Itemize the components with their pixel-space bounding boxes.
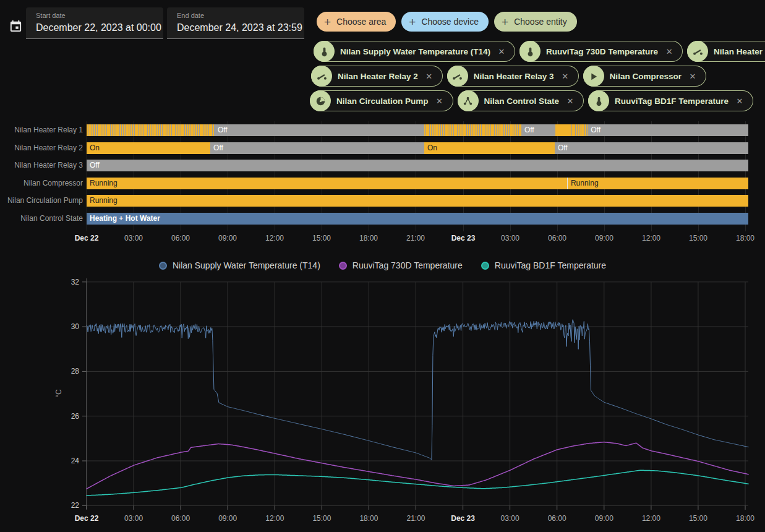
series-line-ruuvitag-bd1f-temperature (87, 470, 748, 496)
timeline-axis-tick: 18:00 (724, 234, 765, 242)
choose-entity-chip[interactable]: +Choose entity (494, 12, 577, 32)
timeline-state-label: Heating + Hot Water (87, 213, 748, 225)
timeline-axis-tick: 09:00 (206, 234, 249, 242)
timeline-segment[interactable]: Off (555, 142, 748, 154)
timeline-state-label: Off (87, 160, 748, 171)
x-tick-label: Dec 23 (451, 514, 475, 523)
series-line-nilan-supply-water-temperature-t14 (87, 320, 748, 460)
choose-area-chip[interactable]: +Choose area (317, 12, 396, 32)
timeline-axis-tick: 15:00 (677, 234, 720, 242)
y-tick-label: 28 (71, 367, 80, 375)
plus-icon: + (409, 16, 416, 28)
timeline-segment[interactable] (570, 124, 588, 136)
timeline-row-nilan-heater-relay-3: Off (0, 160, 765, 171)
choose-device-chip[interactable]: +Choose device (401, 12, 489, 32)
timeline-segment[interactable]: Off (588, 124, 748, 136)
timeline-segment[interactable]: Off (87, 160, 748, 171)
entity-chip-ruuvitag-bd1f-temperature[interactable]: RuuviTag BD1F Temperature✕ (588, 90, 753, 111)
timeline-axis-tick: 21:00 (394, 234, 437, 242)
temperature-line-chart: 222426283032Dec 2203:0006:0009:0012:0015… (0, 254, 765, 532)
timeline-segment[interactable]: Off (215, 124, 424, 136)
start-date-value: December 22, 2023 at 00:00 (36, 22, 161, 33)
filter-chip-label: Choose area (336, 17, 386, 27)
entity-chip-ruuvitag-730d-temperature[interactable]: RuuviTag 730D Temperature✕ (519, 41, 683, 62)
timeline-state-label: On (424, 142, 555, 154)
plus-icon: + (502, 16, 508, 28)
timeline-state-label: Off (555, 142, 748, 154)
timeline-segment[interactable] (424, 124, 521, 136)
calendar-button[interactable] (6, 17, 25, 35)
timeline-axis-tick: 03:00 (112, 234, 155, 242)
y-tick-label: 22 (71, 501, 80, 510)
entity-chip-nilan-heater-relay-3[interactable]: Nilan Heater Relay 3✕ (447, 66, 579, 87)
timeline-axis-tick: Dec 22 (65, 234, 108, 242)
entity-chip-nilan-circulation-pump[interactable]: Nilan Circulation Pump✕ (310, 90, 453, 111)
entity-chip-label: RuuviTag 730D Temperature (541, 47, 662, 56)
entity-chip-nilan-supply-water-temperature-t14[interactable]: Nilan Supply Water Temperature (T14)✕ (314, 41, 515, 62)
entity-chip-label: RuuviTag BD1F Temperature (609, 97, 733, 106)
x-tick-label: Dec 22 (75, 514, 99, 523)
timeline-axis-tick: 15:00 (300, 234, 343, 242)
timeline-axis-tick: 03:00 (489, 234, 532, 242)
x-tick-label: 12:00 (642, 514, 660, 523)
end-date-label: End date (177, 12, 204, 19)
timeline-segment[interactable]: Heating + Hot Water (87, 213, 748, 225)
timeline-segment[interactable] (555, 124, 570, 136)
timeline-axis-tick: 06:00 (536, 234, 579, 242)
y-tick-label: 26 (71, 412, 80, 421)
timeline-segment[interactable]: Off (521, 124, 555, 136)
remove-chip-button[interactable]: ✕ (662, 47, 676, 56)
remove-chip-button[interactable]: ✕ (558, 72, 572, 81)
remove-chip-button[interactable]: ✕ (422, 72, 436, 81)
thermometer-icon (519, 41, 541, 62)
remove-chip-button[interactable]: ✕ (563, 97, 577, 106)
remove-chip-button[interactable]: ✕ (733, 97, 746, 106)
history-dashboard: { "header": { "start_date": { "label": "… (0, 0, 765, 532)
remove-chip-button[interactable]: ✕ (433, 97, 447, 106)
timeline-row-nilan-circulation-pump: Running (0, 195, 765, 207)
entity-chip-nilan-control-state[interactable]: Nilan Control State✕ (458, 90, 584, 111)
end-date-value: December 24, 2023 at 23:59 (177, 22, 302, 33)
timeline-axis-tick: 12:00 (630, 234, 673, 242)
timeline-axis-tick: 12:00 (253, 234, 296, 242)
pump-icon (310, 90, 331, 111)
timeline-segment[interactable]: On (424, 142, 555, 154)
entity-chip-nilan-heater-relay-2[interactable]: Nilan Heater Relay 2✕ (311, 66, 443, 87)
filter-chip-row: +Choose area+Choose device+Choose entity (317, 12, 577, 32)
remove-chip-button[interactable]: ✕ (495, 47, 508, 56)
x-tick-label: 21:00 (406, 514, 425, 523)
timeline-segment[interactable]: Running (87, 195, 748, 207)
timeline-segment[interactable]: Running (87, 178, 567, 189)
timeline-state-label: Off (588, 124, 748, 136)
start-date-field[interactable]: Start date December 22, 2023 at 00:00 (26, 7, 163, 39)
filter-chip-label: Choose device (421, 17, 479, 27)
thermometer-icon (588, 90, 609, 111)
entity-chip-nilan-heater-relay-1[interactable]: Nilan Heater Relay 1✕ (687, 41, 765, 62)
x-tick-label: 12:00 (265, 514, 284, 523)
remove-chip-button[interactable]: ✕ (686, 72, 699, 81)
x-tick-label: 06:00 (548, 514, 566, 523)
entity-chip-nilan-compressor[interactable]: Nilan Compressor✕ (583, 66, 706, 87)
timeline-axis-tick: 06:00 (159, 234, 202, 242)
timeline-segment[interactable]: On (87, 142, 210, 154)
timeline-state-label: Running (87, 195, 748, 207)
timeline-segment[interactable]: Running (567, 178, 748, 189)
calendar-icon (9, 19, 23, 33)
entity-chip-row: Nilan Supply Water Temperature (T14)✕Ruu… (314, 41, 765, 62)
state-machine-icon (458, 90, 479, 111)
timeline-state-label: Off (210, 142, 424, 154)
entity-chip-label: Nilan Compressor (604, 72, 686, 81)
timeline-state-label: Running (568, 178, 748, 189)
entity-chip-row: Nilan Circulation Pump✕Nilan Control Sta… (310, 90, 753, 111)
timeline-segment[interactable]: Off (210, 142, 424, 154)
entity-chip-label: Nilan Heater Relay 3 (468, 72, 558, 81)
entity-chip-row: Nilan Heater Relay 2✕Nilan Heater Relay … (311, 66, 706, 87)
timeline-segment[interactable] (87, 124, 215, 136)
x-tick-label: 06:00 (171, 514, 190, 523)
timeline-state-label: Running (87, 178, 567, 189)
y-tick-label: 24 (71, 457, 80, 465)
end-date-field[interactable]: End date December 24, 2023 at 23:59 (167, 7, 304, 39)
x-tick-label: 03:00 (124, 514, 143, 523)
y-axis-title: °C (54, 389, 63, 398)
y-tick-label: 32 (71, 278, 80, 286)
